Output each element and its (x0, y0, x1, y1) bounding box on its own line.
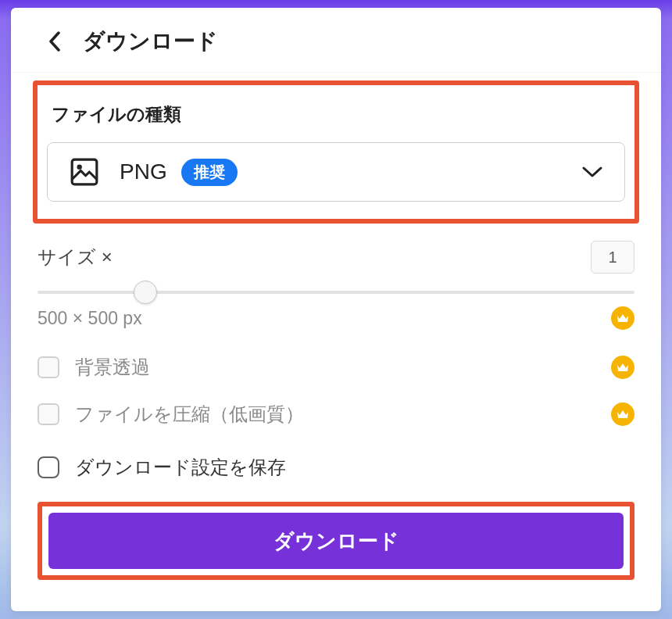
premium-badge (611, 306, 634, 330)
slider-track (38, 291, 634, 294)
transparent-bg-row: 背景透過 (38, 344, 634, 391)
transparent-bg-label: 背景透過 (75, 355, 150, 380)
image-icon (70, 157, 99, 187)
save-settings-checkbox[interactable] (38, 456, 59, 478)
crown-icon (617, 313, 629, 323)
crown-icon (617, 363, 629, 372)
options-section: サイズ × 1 500 × 500 px 背景透過 ファイルを圧縮（低画質） (11, 228, 661, 580)
file-type-dropdown[interactable]: PNG 推奨 (47, 142, 625, 202)
chevron-down-icon (582, 166, 602, 177)
svg-rect-0 (72, 159, 97, 184)
size-input[interactable]: 1 (591, 241, 634, 274)
download-button-highlight: ダウンロード (38, 502, 634, 580)
recommended-badge: 推奨 (181, 159, 238, 186)
file-type-label: ファイルの種類 (47, 102, 625, 127)
back-button[interactable] (44, 30, 66, 52)
compress-label: ファイルを圧縮（低画質） (75, 402, 304, 427)
file-type-value: PNG (120, 159, 167, 184)
compress-row: ファイルを圧縮（低画質） (38, 391, 634, 438)
save-settings-label: ダウンロード設定を保存 (75, 455, 286, 480)
transparent-bg-checkbox[interactable] (38, 356, 59, 378)
save-settings-row: ダウンロード設定を保存 (38, 438, 634, 491)
file-type-section: ファイルの種類 PNG 推奨 (11, 81, 661, 224)
compress-checkbox[interactable] (38, 403, 59, 425)
download-button[interactable]: ダウンロード (48, 513, 624, 569)
file-type-highlight: ファイルの種類 PNG 推奨 (33, 81, 639, 224)
svg-point-1 (77, 165, 82, 170)
premium-badge (611, 356, 634, 379)
premium-badge (611, 403, 634, 426)
size-row: サイズ × 1 (38, 238, 634, 277)
panel-title: ダウンロード (83, 27, 218, 56)
size-label: サイズ × (38, 245, 113, 270)
chevron-left-icon (48, 31, 61, 52)
panel-header: ダウンロード (11, 8, 661, 73)
download-panel: ダウンロード ファイルの種類 PNG 推奨 サイズ × 1 500 × 500 … (11, 8, 661, 611)
crown-icon (617, 410, 629, 419)
dimensions-text: 500 × 500 px (38, 308, 142, 329)
slider-thumb[interactable] (134, 281, 157, 304)
size-slider[interactable] (38, 277, 634, 302)
dimensions-row: 500 × 500 px (38, 302, 634, 344)
